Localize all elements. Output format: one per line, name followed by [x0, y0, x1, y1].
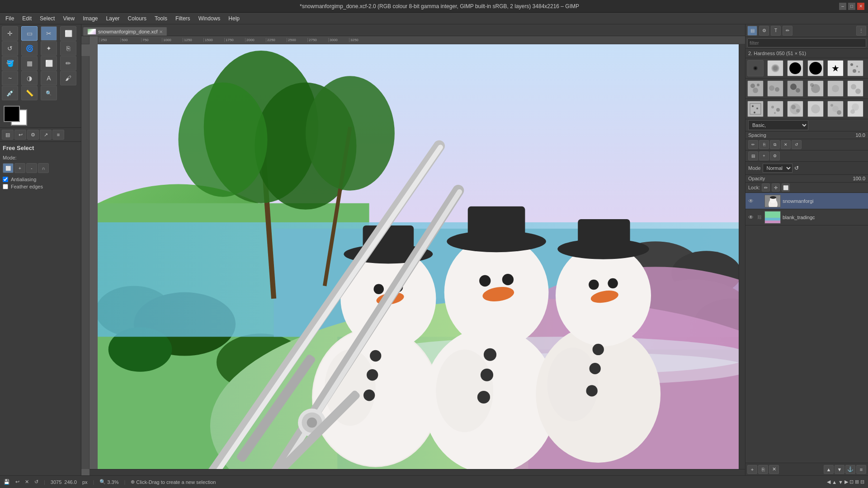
maximize-button[interactable]: □ — [848, 3, 855, 10]
tool-paint[interactable]: 🖌 — [60, 71, 76, 85]
layer-eye-snowman[interactable]: 👁 — [747, 198, 755, 204]
layer-up-btn[interactable]: ▲ — [824, 465, 834, 474]
tool-clone[interactable]: ⎘ — [60, 41, 76, 56]
menu-windows[interactable]: Windows — [195, 14, 224, 23]
tool-heal[interactable]: ✦ — [41, 41, 57, 56]
brush-mode1[interactable]: ▤ — [748, 151, 758, 160]
tool-measure[interactable]: 📏 — [21, 86, 38, 100]
antialiasing-checkbox[interactable] — [3, 177, 8, 182]
brush-star[interactable]: ★ — [827, 60, 844, 76]
brush-copy-btn[interactable]: ⎘ — [759, 140, 769, 149]
brush-texture4[interactable] — [807, 80, 824, 97]
brush-mode3[interactable]: ⚙ — [770, 151, 780, 160]
lock-paint-btn[interactable]: ✏ — [762, 183, 770, 192]
canvas-horizontal-scrollbar[interactable] — [90, 469, 745, 475]
tool-text[interactable]: A — [41, 71, 57, 85]
brush-texture5[interactable] — [827, 80, 844, 97]
brush-duplicate-btn[interactable]: ⧉ — [770, 140, 780, 149]
minimize-button[interactable]: – — [839, 3, 846, 10]
tool-free-select[interactable]: ✂ — [41, 26, 57, 41]
brush-mode2[interactable]: + — [759, 151, 769, 160]
right-icon-layers[interactable]: ▤ — [747, 26, 757, 36]
brush-selector-dropdown[interactable]: Basic, — [748, 120, 808, 130]
brush-edit-btn[interactable]: ✏ — [748, 140, 758, 149]
filter-input[interactable] — [747, 38, 866, 47]
menu-view[interactable]: View — [59, 14, 78, 23]
layer-row-beach[interactable]: 👁 ⛓ blank_tradingc — [745, 209, 868, 225]
status-nav1[interactable]: ◀ — [827, 479, 830, 485]
canvas-tab-main[interactable]: snowmanforgimp_done.xcf ✕ — [83, 27, 167, 36]
tab-close-icon[interactable]: ✕ — [159, 29, 163, 34]
right-icon-channels[interactable]: ⚙ — [759, 26, 769, 36]
brush-texture1[interactable] — [747, 80, 764, 97]
mode-intersect-btn[interactable]: ∩ — [38, 163, 49, 173]
canvas-vertical-scrollbar[interactable] — [739, 44, 745, 469]
tool-bottom-undo[interactable]: ↩ — [14, 130, 26, 140]
tool-eraser[interactable]: ⬜ — [41, 56, 57, 70]
tool-zoom[interactable]: 🔍 — [41, 86, 57, 100]
tool-bottom-channels[interactable]: ⚙ — [27, 130, 39, 140]
right-icon-brush[interactable]: ✏ — [783, 26, 793, 36]
layer-flatten-btn[interactable]: ≡ — [856, 465, 866, 474]
brush-large-hard[interactable] — [807, 60, 824, 76]
status-nav2[interactable]: ▲ — [832, 479, 837, 485]
status-nav5[interactable]: ⊡ — [849, 479, 854, 485]
mode-replace-btn[interactable]: ⬜ — [3, 163, 14, 173]
layer-mode-select[interactable]: Normal — [763, 164, 793, 173]
tool-bottom-expand[interactable]: ≡ — [52, 130, 64, 140]
brush-delete-btn[interactable]: ✕ — [781, 140, 791, 149]
tool-pencil[interactable]: ✏ — [60, 56, 76, 70]
brush-noise2[interactable] — [767, 101, 783, 117]
layer-add-btn[interactable]: + — [747, 465, 757, 474]
menu-filters[interactable]: Filters — [172, 14, 194, 23]
right-icon-expand[interactable]: ⋮ — [856, 26, 866, 36]
brush-noise4[interactable] — [807, 101, 824, 117]
brush-noise6[interactable] — [847, 101, 863, 117]
menu-help[interactable]: Help — [225, 14, 243, 23]
status-nav3[interactable]: ▼ — [838, 479, 843, 485]
tool-rotate[interactable]: ↺ — [2, 41, 18, 56]
brush-medium-soft[interactable] — [767, 60, 783, 76]
status-nav7[interactable]: ⊟ — [860, 479, 864, 485]
layer-row-snowman[interactable]: 👁 snowmanforgi — [745, 193, 868, 209]
brush-noise3[interactable] — [787, 101, 803, 117]
canvas-scroll[interactable] — [98, 44, 739, 469]
tool-color-picker[interactable]: 💉 — [2, 86, 18, 100]
brush-texture2[interactable] — [767, 80, 783, 97]
tool-gradient[interactable]: ▦ — [21, 56, 38, 70]
tool-bottom-layers[interactable]: ▤ — [2, 130, 14, 140]
menu-tools[interactable]: Tools — [151, 14, 171, 23]
lock-pos-btn[interactable]: ✛ — [772, 183, 780, 192]
foreground-color-box[interactable] — [4, 106, 20, 122]
tool-move[interactable]: ✛ — [2, 26, 18, 41]
brush-noise5[interactable] — [827, 101, 844, 117]
layer-eye-beach[interactable]: 👁 — [747, 214, 755, 221]
layer-duplicate-btn[interactable]: ⎘ — [758, 465, 768, 474]
lock-alpha-btn[interactable]: ⬜ — [782, 183, 790, 192]
menu-layer[interactable]: Layer — [103, 14, 123, 23]
layer-anchor-btn[interactable]: ⚓ — [845, 465, 855, 474]
tool-bucket[interactable]: 🪣 — [2, 56, 18, 70]
menu-file[interactable]: File — [2, 14, 18, 23]
tool-dodge-burn[interactable]: ◑ — [21, 71, 38, 85]
status-nav6[interactable]: ⊞ — [855, 479, 859, 485]
tool-bottom-paths[interactable]: ↗ — [40, 130, 52, 140]
brush-scatter[interactable] — [847, 60, 863, 76]
tool-rect-select[interactable]: ▭ — [21, 26, 38, 41]
mode-subtract-btn[interactable]: - — [26, 163, 37, 173]
tool-transform[interactable]: ⬜ — [60, 26, 76, 41]
layer-down-btn[interactable]: ▼ — [835, 465, 844, 474]
brush-noise1[interactable] — [747, 101, 764, 117]
menu-select[interactable]: Select — [36, 14, 58, 23]
status-nav4[interactable]: ▶ — [844, 479, 848, 485]
brush-texture6[interactable] — [847, 80, 863, 97]
close-button[interactable]: ✕ — [857, 3, 864, 10]
tool-smudge[interactable]: ~ — [2, 71, 18, 85]
menu-image[interactable]: Image — [79, 14, 101, 23]
canvas-image[interactable] — [98, 44, 739, 469]
feather-edges-checkbox[interactable] — [3, 184, 8, 189]
tool-warp[interactable]: 🌀 — [21, 41, 38, 56]
menu-colours[interactable]: Colours — [124, 14, 150, 23]
right-icon-text[interactable]: T — [771, 26, 781, 36]
brush-texture3[interactable] — [787, 80, 803, 97]
